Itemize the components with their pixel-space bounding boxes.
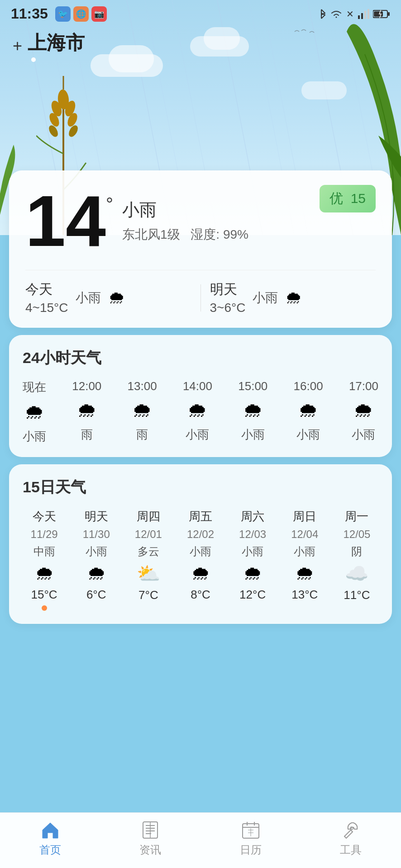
- temperature-unit: °: [106, 194, 113, 214]
- hourly-time-4: 15:00: [238, 379, 267, 393]
- day-date-3: 12/02: [187, 528, 214, 541]
- day-date-2: 12/01: [135, 528, 162, 541]
- day-weather-6: 阴: [351, 544, 362, 559]
- hourly-icon-0: 🌧: [24, 401, 44, 423]
- hourly-time-1: 12:00: [72, 379, 101, 393]
- city-dot: [31, 57, 36, 62]
- day-temp-1: 6°C: [86, 588, 106, 602]
- bluetooth-icon: [316, 8, 326, 20]
- day-col-3: 周五 12/02 小雨 🌧 8°C: [174, 509, 226, 611]
- nav-home[interactable]: 首页: [39, 820, 61, 857]
- hourly-icon-5: 🌧: [298, 399, 318, 421]
- hourly-time-2: 13:00: [128, 379, 157, 393]
- day-temp-5: 13°C: [291, 588, 318, 602]
- day-col-0: 今天 11/29 中雨 🌧 15°C: [18, 509, 70, 611]
- hourly-label-1: 雨: [81, 427, 93, 443]
- tomorrow-info: 明天 3~6°C: [210, 280, 246, 315]
- nav-calendar-label: 日历: [240, 843, 262, 857]
- day-col-2: 周四 12/01 多云 ⛅ 7°C: [122, 509, 174, 611]
- bottom-nav: 首页 资讯 日历 工具: [0, 812, 401, 868]
- weather-condition: 小雨: [122, 198, 320, 222]
- aqi-value: 15: [351, 191, 366, 206]
- today-label: 今天: [25, 280, 68, 299]
- nav-calendar[interactable]: 日历: [240, 820, 262, 857]
- hourly-label-6: 小雨: [352, 427, 375, 443]
- hourly-icon-2: 🌧: [132, 399, 152, 421]
- hourly-item-1: 12:00 🌧 雨: [72, 379, 101, 443]
- hourly-icon-4: 🌧: [243, 399, 263, 421]
- hourly-items-row: 现在 🌧 小雨 12:00 🌧 雨 13:00 🌧 雨 14:00 🌧 小雨 1…: [23, 379, 378, 444]
- day-icon-0: 🌧: [35, 562, 54, 584]
- app-icon-2: 🌐: [73, 6, 89, 22]
- news-icon: [140, 820, 160, 840]
- today-info: 今天 4~15°C: [25, 280, 68, 315]
- status-app-icons: 🐦 🌐 📷: [55, 6, 107, 22]
- svg-rect-23: [368, 9, 369, 19]
- tomorrow-label: 明天: [210, 280, 246, 299]
- day-weather-3: 小雨: [190, 544, 211, 559]
- day-date-6: 12/05: [343, 528, 370, 541]
- day-temp-4: 12°C: [239, 588, 266, 602]
- signal-bars-icon: [358, 9, 369, 19]
- city-name: 上海市: [28, 32, 85, 53]
- day-name-2: 周四: [137, 509, 160, 524]
- wifi-icon: [330, 9, 343, 19]
- hourly-label-0: 小雨: [23, 429, 46, 444]
- hourly-item-2: 13:00 🌧 雨: [128, 379, 157, 443]
- day-name-5: 周日: [293, 509, 316, 524]
- day-col-1: 明天 11/30 小雨 🌧 6°C: [70, 509, 122, 611]
- hourly-item-5: 16:00 🌧 小雨: [294, 379, 323, 443]
- hourly-icon-6: 🌧: [353, 399, 373, 421]
- day-weather-2: 多云: [138, 544, 159, 559]
- today-weather-icon: 🌧: [108, 288, 125, 307]
- tomorrow-weather: 小雨: [253, 289, 278, 307]
- calendar-icon: [241, 820, 261, 840]
- forecast-divider: [200, 284, 201, 311]
- day-name-4: 周六: [241, 509, 264, 524]
- city-header[interactable]: + 上海市: [0, 26, 401, 71]
- fifteen-day-card: 15日天气 今天 11/29 中雨 🌧 15°C 明天 11/30 小雨 🌧 6…: [9, 464, 392, 624]
- day-temp-3: 8°C: [191, 588, 210, 602]
- hourly-label-4: 小雨: [241, 427, 265, 443]
- hourly-title: 24小时天气: [23, 348, 378, 368]
- temperature-display: 14 °: [25, 185, 113, 257]
- day-weather-0: 中雨: [33, 544, 55, 559]
- add-city-button[interactable]: +: [13, 37, 22, 56]
- aqi-label: 优: [329, 191, 343, 206]
- day-col-6: 周一 12/05 阴 ☁️ 11°C: [331, 509, 383, 611]
- status-time: 11:35: [11, 5, 48, 22]
- day-name-6: 周一: [345, 509, 368, 524]
- day-name-3: 周五: [189, 509, 212, 524]
- day-name-0: 今天: [33, 509, 56, 524]
- wind-info: 东北风1级: [122, 227, 180, 241]
- day-date-4: 12/03: [239, 528, 266, 541]
- weather-details: 东北风1级 湿度: 99%: [122, 226, 320, 243]
- status-bar: 11:35 🐦 🌐 📷 ✕: [0, 0, 401, 26]
- day-icon-1: 🌧: [87, 562, 106, 584]
- hourly-time-0: 现在: [23, 379, 46, 395]
- fifteen-day-grid: 今天 11/29 中雨 🌧 15°C 明天 11/30 小雨 🌧 6°C 周四 …: [18, 509, 383, 611]
- day-date-1: 11/30: [83, 528, 110, 541]
- day-temp-6: 11°C: [344, 588, 370, 602]
- svg-rect-25: [388, 12, 390, 16]
- day-icon-6: ☁️: [345, 562, 368, 585]
- hourly-label-2: 雨: [136, 427, 148, 443]
- tomorrow-forecast: 明天 3~6°C 小雨 🌧: [210, 280, 376, 315]
- current-weather-card: 14 ° 小雨 东北风1级 湿度: 99% 优 15 今天 4~15°C: [9, 170, 392, 328]
- day-temp-0: 15°C: [31, 588, 57, 602]
- today-temp: 4~15°C: [25, 301, 68, 315]
- day-icon-5: 🌧: [295, 562, 314, 584]
- app-icon-1: 🐦: [55, 6, 71, 22]
- today-weather: 小雨: [76, 289, 101, 307]
- hourly-item-4: 15:00 🌧 小雨: [238, 379, 267, 443]
- svg-rect-21: [361, 13, 363, 19]
- nav-news[interactable]: 资讯: [139, 820, 161, 857]
- temperature-value: 14: [25, 185, 106, 257]
- hourly-item-3: 14:00 🌧 小雨: [183, 379, 212, 443]
- day-weather-1: 小雨: [86, 544, 107, 559]
- hourly-item-0: 现在 🌧 小雨: [23, 379, 46, 444]
- day-temp-2: 7°C: [138, 588, 158, 602]
- fifteen-day-title: 15日天气: [18, 477, 383, 498]
- hourly-icon-1: 🌧: [77, 399, 97, 421]
- nav-tools[interactable]: 工具: [340, 820, 362, 857]
